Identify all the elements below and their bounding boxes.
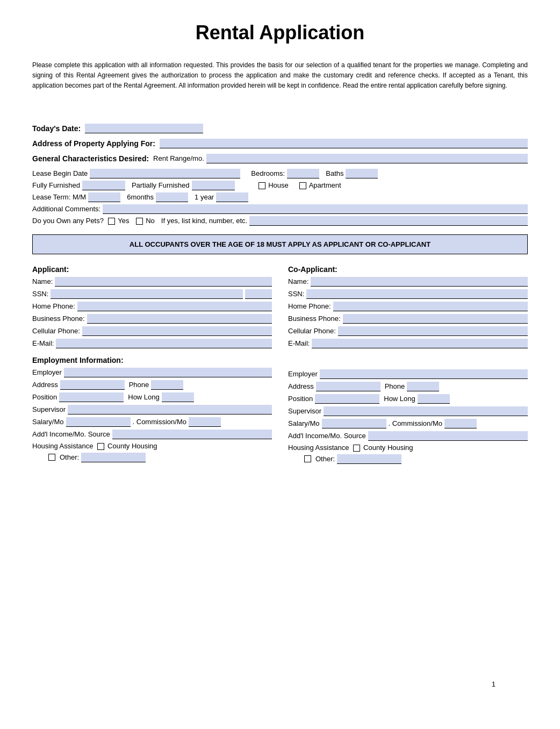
pets-detail-input[interactable]: [249, 216, 528, 226]
applicant-cellular-label: Cellular Phone:: [32, 327, 80, 335]
co-applicant-supervisor-input[interactable]: [324, 406, 528, 416]
applicant-header: Applicant:: [32, 265, 272, 274]
todays-date-input[interactable]: [85, 124, 203, 133]
characteristics-rows: Lease Begin Date Bedrooms: Baths Fully F…: [32, 169, 528, 226]
applicant-position-row: Position How Long: [32, 392, 272, 402]
baths-input[interactable]: [346, 169, 378, 178]
applicant-address-input[interactable]: [60, 380, 125, 390]
applicant-county-housing-checkbox[interactable]: County Housing: [97, 442, 157, 450]
rent-range-input[interactable]: [206, 154, 528, 163]
applicant-supervisor-label: Supervisor: [32, 405, 66, 413]
applicant-phone-input[interactable]: [151, 380, 183, 390]
lease-term-row: Lease Term: M/M 6months 1 year: [32, 192, 528, 202]
bedrooms-input[interactable]: [287, 169, 319, 178]
applicant-business-phone-label: Business Phone:: [32, 315, 85, 323]
house-checkbox-box[interactable]: [259, 182, 265, 189]
co-applicant-name-label: Name:: [288, 277, 308, 285]
lease-begin-label: Lease Begin Date: [32, 169, 88, 177]
co-applicant-name-row: Name:: [288, 277, 528, 287]
applicant-email-input[interactable]: [56, 339, 272, 348]
additional-comments-input[interactable]: [103, 204, 528, 214]
six-months-label: 6months: [127, 193, 154, 201]
yes-checkbox-box[interactable]: [108, 218, 115, 225]
co-applicant-ssn-row: SSN:: [288, 289, 528, 299]
co-applicant-county-housing-label: County Housing: [363, 444, 413, 452]
applicant-how-long-input[interactable]: [162, 392, 194, 402]
applicant-position-input[interactable]: [59, 392, 124, 402]
co-applicant-other-input[interactable]: [337, 454, 401, 464]
co-applicant-cellular-input[interactable]: [338, 326, 528, 336]
general-characteristics-label: General Characteristics Desired:: [32, 154, 149, 163]
co-applicant-position-input[interactable]: [315, 394, 379, 404]
co-applicant-email-input[interactable]: [312, 339, 528, 348]
applicant-employer-label: Employer: [32, 368, 62, 376]
additional-comments-label: Additional Comments:: [32, 205, 100, 213]
no-checkbox-box[interactable]: [136, 218, 143, 225]
applicant-address-label: Address: [32, 381, 58, 389]
co-applicant-other-checkbox-box[interactable]: [304, 455, 311, 462]
applicant-cellular-input[interactable]: [82, 326, 272, 336]
co-applicant-home-phone-row: Home Phone:: [288, 302, 528, 311]
co-applicant-position-row: Position How Long: [288, 394, 528, 404]
fully-furnished-input[interactable]: [82, 181, 125, 190]
applicant-county-housing-checkbox-box[interactable]: [97, 443, 104, 450]
yes-label: Yes: [118, 217, 129, 225]
applicant-home-phone-label: Home Phone:: [32, 302, 75, 310]
applicant-email-row: E-Mail:: [32, 339, 272, 348]
co-applicant-cellular-row: Cellular Phone:: [288, 326, 528, 336]
applicant-employer-input[interactable]: [64, 368, 272, 377]
co-applicant-email-row: E-Mail:: [288, 339, 528, 348]
intro-text: Please complete this application with al…: [32, 60, 528, 91]
co-applicant-employer-row: Employer: [288, 369, 528, 379]
co-applicant-phone-input[interactable]: [407, 382, 439, 391]
property-address-section: Address of Property Applying For:: [32, 139, 528, 148]
applicant-ssn-main-input[interactable]: [51, 289, 243, 299]
co-applicant-name-input[interactable]: [311, 277, 528, 287]
co-applicant-how-long-input[interactable]: [418, 394, 450, 404]
co-applicant-county-housing-checkbox[interactable]: County Housing: [353, 444, 413, 452]
property-address-input[interactable]: [160, 139, 528, 148]
applicant-supervisor-input[interactable]: [68, 405, 272, 414]
lease-term-label: Lease Term: M/M: [32, 193, 86, 201]
one-year-input[interactable]: [216, 192, 248, 202]
applicant-other-row: Other:: [32, 453, 272, 462]
co-applicant-county-housing-checkbox-box[interactable]: [353, 445, 360, 452]
applicant-other-checkbox-box[interactable]: [48, 454, 55, 461]
co-applicant-salary-input[interactable]: [322, 419, 386, 428]
co-applicant-add-income-label: Add'l Income/Mo. Source: [288, 432, 366, 440]
yes-checkbox[interactable]: Yes: [108, 217, 130, 225]
applicant-ssn-short-input[interactable]: [245, 289, 272, 299]
applicant-name-input[interactable]: [55, 277, 272, 287]
applicant-add-income-input[interactable]: [112, 430, 272, 439]
partially-furnished-input[interactable]: [192, 181, 235, 190]
co-applicant-business-phone-row: Business Phone:: [288, 314, 528, 324]
applicant-home-phone-input[interactable]: [77, 302, 272, 311]
co-applicant-address-label: Address: [288, 382, 314, 390]
co-applicant-phone-label: Phone: [385, 382, 405, 390]
co-applicant-add-income-input[interactable]: [368, 431, 528, 441]
co-applicant-commission-input[interactable]: [444, 419, 477, 428]
lease-begin-input[interactable]: [90, 169, 240, 178]
co-applicant-home-phone-label: Home Phone:: [288, 302, 331, 310]
co-applicant-how-long-label: How Long: [384, 395, 415, 403]
applicant-commission-input[interactable]: [189, 417, 221, 427]
co-applicant-address-phone-row: Address Phone: [288, 382, 528, 391]
no-checkbox[interactable]: No: [136, 217, 155, 225]
co-applicant-ssn-input[interactable]: [306, 289, 528, 299]
applicant-business-phone-input[interactable]: [87, 314, 272, 324]
co-applicant-business-phone-input[interactable]: [343, 314, 528, 324]
lease-term-mm-input[interactable]: [88, 192, 120, 202]
applicant-address-phone-row: Address Phone: [32, 380, 272, 390]
applicant-other-input[interactable]: [81, 453, 146, 462]
applicant-supervisor-row: Supervisor: [32, 405, 272, 414]
apartment-checkbox[interactable]: Apartment: [299, 181, 341, 189]
fully-furnished-label: Fully Furnished: [32, 181, 80, 189]
co-applicant-home-phone-input[interactable]: [333, 302, 528, 311]
apartment-checkbox-box[interactable]: [299, 182, 306, 189]
house-checkbox[interactable]: House: [259, 181, 289, 189]
co-applicant-employer-input[interactable]: [320, 369, 528, 379]
applicant-salary-input[interactable]: [66, 417, 131, 427]
co-applicant-address-input[interactable]: [316, 382, 380, 391]
six-months-input[interactable]: [156, 192, 188, 202]
applicant-add-income-row: Add'l Income/Mo. Source: [32, 430, 272, 439]
